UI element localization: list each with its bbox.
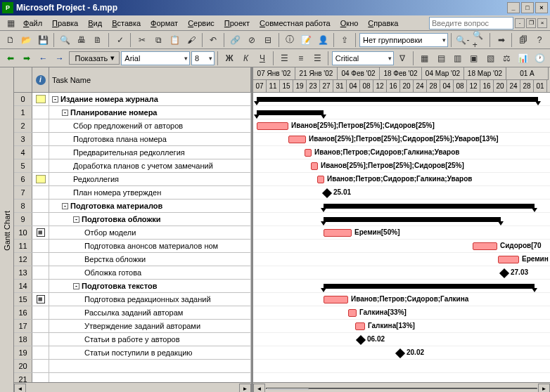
task-name-cell[interactable]: Предварительная редколлегия <box>49 146 251 159</box>
view3-button[interactable]: ▥ <box>450 51 465 66</box>
menu-Вид[interactable]: Вид <box>83 18 107 29</box>
collapse-icon[interactable]: - <box>52 96 58 103</box>
milestone-icon[interactable] <box>395 348 405 358</box>
task-name-cell[interactable]: Верстка обложки <box>49 253 251 266</box>
task-bar[interactable] <box>473 242 497 250</box>
help-button[interactable]: ? <box>532 32 547 48</box>
gscroll-right-icon[interactable]: ► <box>538 384 550 393</box>
preview-button[interactable]: 🗎 <box>91 32 105 48</box>
row-number[interactable]: 18 <box>14 333 32 346</box>
task-bar[interactable] <box>317 176 324 183</box>
task-name-cell[interactable]: -Издание номера журнала <box>49 93 251 105</box>
row-number[interactable]: 0 <box>14 93 32 105</box>
task-row[interactable]: 6 Редколлегия <box>14 173 251 186</box>
task-bar[interactable] <box>311 162 318 170</box>
row-number[interactable]: 14 <box>14 280 32 292</box>
task-name-cell[interactable]: Редколлегия <box>49 173 251 185</box>
task-name-cell[interactable]: Утверждение заданий авторами <box>49 320 251 332</box>
task-row[interactable]: 8 -Подготовка материалов <box>14 200 251 213</box>
grid-hscroll[interactable]: ◄ ► <box>14 382 251 392</box>
row-number[interactable]: 12 <box>14 253 32 266</box>
maximize-button[interactable]: □ <box>521 2 534 13</box>
spell-button[interactable]: ✓ <box>113 32 127 48</box>
task-bar[interactable] <box>324 229 352 237</box>
italic-button[interactable]: К <box>238 51 253 66</box>
row-number[interactable]: 2 <box>14 119 32 132</box>
help-search-input[interactable] <box>429 17 513 30</box>
task-bar[interactable] <box>498 256 519 263</box>
row-number[interactable]: 5 <box>14 159 32 172</box>
save-button[interactable]: 💾 <box>36 32 51 48</box>
close-button[interactable]: × <box>535 2 548 13</box>
task-row[interactable]: 1 -Планирование номера <box>14 106 251 119</box>
task-row[interactable]: 18 Статьи в работе у авторов <box>14 333 251 346</box>
header-taskname[interactable]: Task Name <box>49 67 251 92</box>
mdi-close[interactable]: × <box>537 18 547 28</box>
row-number[interactable]: 15 <box>14 293 32 306</box>
assign-button[interactable]: 👤 <box>315 32 330 48</box>
zoom-in-button[interactable]: 🔍+ <box>472 32 487 48</box>
next-arrow[interactable]: → <box>52 51 67 66</box>
row-number[interactable]: 16 <box>14 306 32 319</box>
task-row[interactable]: 15 ▦ Подготовка редакционных заданий <box>14 293 251 306</box>
task-name-cell[interactable]: -Планирование номера <box>49 106 251 119</box>
collapse-icon[interactable]: - <box>73 216 79 223</box>
zoom-out-button[interactable]: 🔍- <box>455 32 470 48</box>
task-row[interactable]: 16 Рассылка заданий авторам <box>14 306 251 320</box>
task-name-cell[interactable]: -Подготовка текстов <box>49 280 251 292</box>
milestone-icon[interactable] <box>499 268 509 278</box>
scroll-right-icon[interactable]: ► <box>239 384 251 393</box>
link-button[interactable]: 🔗 <box>228 32 243 48</box>
task-name-cell[interactable]: План номера утвержден <box>49 186 251 199</box>
prev-arrow[interactable]: ← <box>36 51 51 66</box>
task-name-cell[interactable]: -Подготовка обложки <box>49 213 251 226</box>
menu-Сервис[interactable]: Сервис <box>183 18 219 29</box>
task-row[interactable]: 12 Верстка обложки <box>14 253 251 266</box>
task-name-cell[interactable]: Статьи в работе у авторов <box>49 333 251 346</box>
outdent-arrow[interactable]: ⬅ <box>3 51 18 66</box>
task-row[interactable]: 7 План номера утвержден <box>14 186 251 200</box>
align-right-button[interactable]: ☰ <box>309 51 324 66</box>
task-bar[interactable] <box>257 122 288 130</box>
underline-button[interactable]: Ч <box>255 51 269 66</box>
menu-Окно[interactable]: Окно <box>335 18 364 29</box>
row-number[interactable]: 21 <box>14 373 32 382</box>
task-bar[interactable] <box>324 296 348 303</box>
copy-button[interactable]: ⧉ <box>151 32 166 48</box>
milestone-icon[interactable] <box>322 188 332 198</box>
task-row[interactable]: 2 Сбор предложений от авторов <box>14 119 251 133</box>
task-name-cell[interactable]: Рассылка заданий авторам <box>49 306 251 319</box>
print-button[interactable]: 🖶 <box>74 32 89 48</box>
align-left-button[interactable]: ☰ <box>277 51 292 66</box>
row-number[interactable]: 20 <box>14 360 32 372</box>
task-row[interactable]: 0 -Издание номера журнала <box>14 93 251 106</box>
cut-button[interactable]: ✂ <box>134 32 149 48</box>
task-name-cell[interactable]: Подготовка плана номера <box>49 133 251 145</box>
header-indicators[interactable]: i <box>32 67 49 92</box>
task-row[interactable]: 5 Доработка планов с учетом замечаний <box>14 159 251 173</box>
app-menu-icon[interactable]: ▦ <box>3 15 18 31</box>
mdi-minimize[interactable]: - <box>515 18 525 28</box>
time-button[interactable]: 🕐 <box>532 51 547 66</box>
align-center-button[interactable]: ≡ <box>293 51 308 66</box>
bold-button[interactable]: Ж <box>222 51 236 66</box>
row-number[interactable]: 11 <box>14 240 32 252</box>
view-bar[interactable]: Gantt Chart <box>0 67 14 392</box>
menu-Формат[interactable]: Формат <box>146 18 183 29</box>
scales-button[interactable]: ⚖ <box>499 51 514 66</box>
summary-bar[interactable] <box>257 110 324 115</box>
size-dropdown[interactable]: 8 <box>191 51 215 65</box>
unlink-button[interactable]: ⊘ <box>244 32 259 48</box>
menu-Файл[interactable]: Файл <box>18 18 47 29</box>
view2-button[interactable]: ▤ <box>433 51 448 66</box>
task-row[interactable]: 11 Подготовка анонсов материалов ном <box>14 240 251 253</box>
undo-button[interactable]: ↶ <box>205 32 220 48</box>
row-number[interactable]: 1 <box>14 106 32 119</box>
format-painter-button[interactable]: 🖌 <box>184 32 198 48</box>
row-number[interactable]: 17 <box>14 320 32 332</box>
new-button[interactable]: 🗋 <box>3 32 18 48</box>
indent-arrow[interactable]: ➡ <box>19 51 34 66</box>
grouping-dropdown[interactable]: Нет группировки <box>359 33 448 47</box>
copy-pic-button[interactable]: 🗐 <box>516 32 530 48</box>
task-row[interactable]: 21 <box>14 373 251 382</box>
